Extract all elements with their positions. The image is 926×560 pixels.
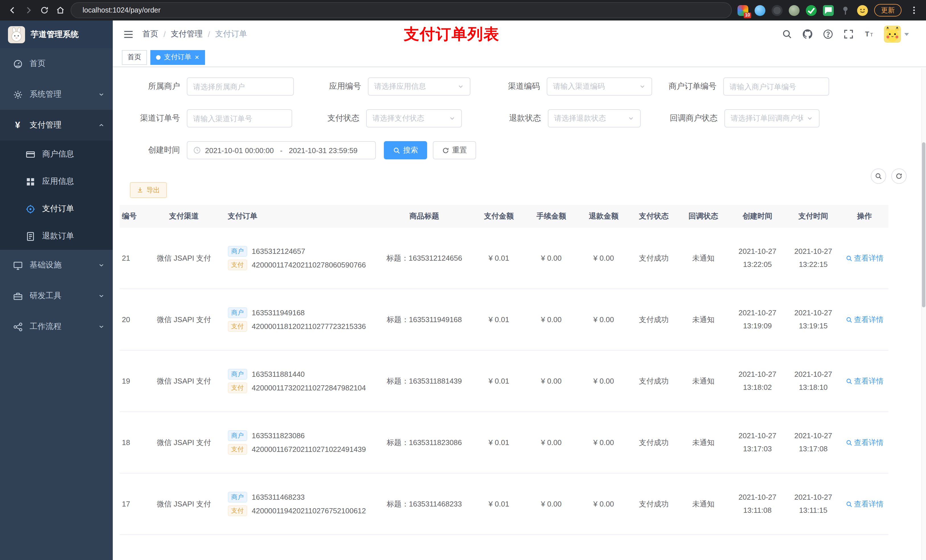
extension-check-icon[interactable] <box>806 5 817 16</box>
workflow-icon <box>12 322 23 332</box>
topbar: 首页 / 支付管理 / 支付订单 支付订单列表 <box>113 21 926 48</box>
cell-order: 商户1635311949168 支付4200001181202110277723… <box>225 305 376 335</box>
channel-code-select[interactable]: 请输入渠道编码 <box>547 77 652 96</box>
sidebar-item-pay-order[interactable]: 支付订单 <box>0 195 113 222</box>
sidebar-item-system[interactable]: 系统管理 <box>0 79 113 110</box>
owner-merchant-input[interactable] <box>187 77 294 96</box>
filter-label-refund-status: 退款状态 <box>472 113 548 124</box>
filter-label-channel-order-no: 渠道订单号 <box>130 113 187 124</box>
filter-row-2: 渠道订单号 支付状态 请选择支付状态 退款状态 请选择退款状态 <box>120 109 926 127</box>
refresh-icon[interactable] <box>36 2 52 18</box>
sidebar-item-infra[interactable]: 基础设施 <box>0 250 113 281</box>
extension-dark-icon[interactable] <box>772 5 782 16</box>
chevron-down-icon <box>449 115 455 122</box>
extension-chat-icon[interactable] <box>823 5 834 16</box>
cell-pay-time: 2021-10-2713:22:15 <box>786 245 841 271</box>
sidebar-item-dev-tools[interactable]: 研发工具 <box>0 281 113 311</box>
close-icon[interactable]: × <box>195 53 199 61</box>
col-fee: 手续金额 <box>525 211 578 221</box>
forward-icon[interactable] <box>21 2 36 18</box>
sidebar-item-refund-order[interactable]: 退款订单 <box>0 222 113 250</box>
pay-status-select[interactable]: 请选择支付状态 <box>366 109 462 127</box>
sidebar-item-merchant-info[interactable]: 商户信息 <box>0 140 113 168</box>
chevron-down-icon <box>98 323 105 330</box>
tab-home[interactable]: 首页 <box>122 50 147 65</box>
sidebar-item-app-info[interactable]: 应用信息 <box>0 168 113 195</box>
home-icon[interactable] <box>52 2 68 18</box>
sidebar-item-label: 研发工具 <box>30 291 62 301</box>
user-menu[interactable] <box>884 26 909 43</box>
view-detail-link[interactable]: 查看详情 <box>846 314 884 325</box>
chevron-down-icon <box>98 91 105 98</box>
sidebar-item-home[interactable]: 首页 <box>0 48 113 79</box>
yen-icon: ¥ <box>12 120 23 130</box>
sidebar-item-label: 应用信息 <box>42 177 74 187</box>
app-logo[interactable]: 芋道管理系统 <box>0 21 113 48</box>
search-icon[interactable] <box>781 29 793 40</box>
extension-olive-icon[interactable] <box>789 5 800 16</box>
extension-blue-icon[interactable] <box>755 5 766 16</box>
merchant-tag: 商户 <box>228 369 247 380</box>
refresh-table-button[interactable] <box>891 169 906 184</box>
cell-title: 标题：1635311468233 <box>376 499 473 509</box>
export-button[interactable]: 导出 <box>130 182 167 198</box>
cell-create-time: 2021-10-2713:11:08 <box>729 491 786 517</box>
table-header: 编号 支付渠道 支付订单 商品标题 支付金额 手续金额 退款金额 支付状态 回调… <box>120 205 888 228</box>
callback-status-select[interactable]: 请选择订单回调商户状态 <box>725 109 820 127</box>
help-icon[interactable] <box>822 29 834 40</box>
cell-action: 查看详情 <box>841 437 888 448</box>
tab-pay-order[interactable]: 支付订单 × <box>150 50 205 65</box>
dashboard-icon <box>12 59 23 69</box>
breadcrumb-section[interactable]: 支付管理 <box>171 29 203 39</box>
extension-colorful-icon[interactable]: 10 <box>737 5 748 16</box>
document-icon <box>25 231 35 241</box>
sidebar-toggle-icon[interactable] <box>122 28 135 41</box>
sidebar-item-payment[interactable]: ¥ 支付管理 <box>0 110 113 140</box>
cell-create-time: 2021-10-2713:17:03 <box>729 430 786 456</box>
cell-title: 标题：1635311949168 <box>376 314 473 325</box>
col-refund: 退款金额 <box>578 211 630 221</box>
chevron-down-icon <box>457 83 464 90</box>
browser-update-button[interactable]: 更新 <box>874 4 902 17</box>
breadcrumb-home[interactable]: 首页 <box>142 29 158 39</box>
merchant-order-no-input[interactable] <box>723 77 829 96</box>
cell-refund: ¥ 0.00 <box>578 254 630 263</box>
fullscreen-icon[interactable] <box>843 29 854 40</box>
scrollbar-track[interactable] <box>921 68 926 560</box>
col-action: 操作 <box>841 211 888 221</box>
cell-pay-time: 2021-10-2713:18:10 <box>786 368 841 394</box>
app-no-select[interactable]: 请选择应用信息 <box>368 77 471 96</box>
cell-create-time: 2021-10-2713:22:05 <box>729 245 786 271</box>
github-icon[interactable] <box>802 29 813 40</box>
extension-pin-icon[interactable] <box>840 5 851 16</box>
extension-face-icon[interactable] <box>857 5 868 16</box>
view-detail-link[interactable]: 查看详情 <box>846 437 884 448</box>
toggle-search-button[interactable] <box>871 169 886 184</box>
filter-label-create-time: 创建时间 <box>130 145 187 155</box>
sidebar-item-label: 退款订单 <box>42 231 74 241</box>
back-icon[interactable] <box>5 2 21 18</box>
view-detail-link[interactable]: 查看详情 <box>846 499 884 509</box>
scrollbar-thumb[interactable] <box>922 142 925 307</box>
col-channel: 支付渠道 <box>142 211 225 221</box>
view-detail-link[interactable]: 查看详情 <box>846 253 884 263</box>
col-title: 商品标题 <box>376 211 473 221</box>
cell-channel: 微信 JSAPI 支付 <box>142 314 225 325</box>
reset-button[interactable]: 重置 <box>433 141 476 159</box>
create-time-range-picker[interactable]: 2021-10-01 00:00:00 - 2021-10-31 23:59:5… <box>187 141 376 159</box>
cell-status: 支付成功 <box>630 376 678 386</box>
credit-card-icon <box>25 149 35 159</box>
search-button[interactable]: 搜索 <box>384 141 427 159</box>
grid-icon <box>25 177 35 187</box>
font-size-icon[interactable]: TT <box>863 29 875 40</box>
merchant-tag: 商户 <box>228 430 247 441</box>
sidebar-item-workflow[interactable]: 工作流程 <box>0 311 113 342</box>
view-detail-link[interactable]: 查看详情 <box>846 376 884 386</box>
refund-status-select[interactable]: 请选择退款状态 <box>548 109 641 127</box>
cell-fee: ¥ 0.00 <box>525 315 578 324</box>
address-bar[interactable]: localhost:1024/pay/order <box>71 2 732 18</box>
kebab-menu-icon[interactable] <box>908 2 920 18</box>
cell-refund: ¥ 0.00 <box>578 500 630 508</box>
date-start: 2021-10-01 00:00:00 <box>205 146 274 154</box>
channel-order-no-input[interactable] <box>187 109 292 127</box>
